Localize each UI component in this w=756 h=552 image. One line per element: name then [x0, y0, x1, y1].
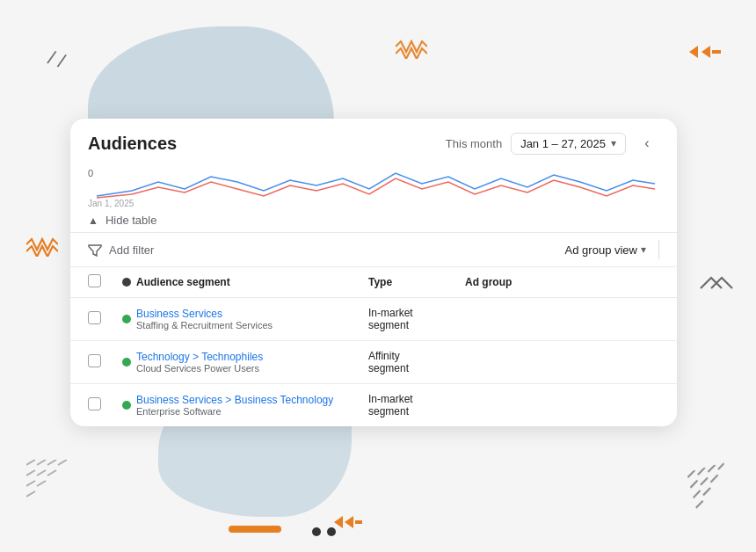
row2-status-dot: [122, 358, 131, 367]
date-label: This month: [446, 137, 502, 150]
deco-zigzag-left-icon: [26, 237, 58, 260]
row2-checkbox[interactable]: [88, 354, 101, 367]
svg-marker-1: [701, 46, 710, 58]
row1-segment-main: Business Services: [136, 308, 273, 320]
chevron-down-icon: ▾: [611, 137, 616, 149]
select-all-checkbox[interactable]: [88, 274, 101, 287]
row2-segment-cell: Technology > Technophiles Cloud Services…: [112, 341, 358, 384]
th-segment-label: Audience segment: [136, 276, 230, 288]
svg-line-23: [692, 490, 701, 498]
svg-line-19: [716, 462, 726, 469]
row3-type-line1: In-market: [368, 393, 413, 405]
nav-back-button[interactable]: ‹: [635, 131, 659, 156]
deco-dots-bottom: [312, 527, 336, 536]
svg-marker-0: [689, 46, 698, 58]
th-dot-icon: [122, 278, 131, 287]
svg-line-17: [696, 468, 706, 475]
view-dropdown-chevron-icon: ▾: [641, 243, 646, 256]
svg-line-24: [701, 488, 711, 495]
svg-line-25: [694, 501, 704, 508]
svg-line-12: [47, 470, 56, 476]
th-adgroup: Ad group: [454, 267, 677, 298]
filter-icon: [88, 243, 102, 257]
view-dropdown[interactable]: Ad group view ▾: [565, 243, 646, 257]
row3-adgroup-cell: [454, 384, 677, 427]
table-header-row: Audience segment Type Ad group: [70, 267, 677, 298]
svg-line-7: [37, 460, 46, 465]
svg-line-14: [37, 481, 46, 486]
row1-segment-sub: Staffing & Recruitment Services: [136, 320, 273, 330]
svg-line-22: [709, 475, 719, 482]
th-type: Type: [358, 267, 454, 298]
row2-segment-main: Technology > Technophiles: [136, 351, 263, 363]
svg-line-21: [699, 477, 709, 484]
svg-line-13: [26, 481, 35, 486]
card-header: Audiences This month Jan 1 – 27, 2025 ▾ …: [70, 119, 677, 164]
svg-line-9: [58, 460, 67, 465]
svg-marker-3: [334, 516, 343, 528]
table-row: Business Services Staffing & Recruitment…: [70, 298, 677, 341]
row1-checkbox[interactable]: [88, 311, 101, 324]
row2-checkbox-cell: [70, 341, 112, 384]
row3-type-cell: In-market segment: [358, 384, 454, 427]
row1-segment-cell: Business Services Staffing & Recruitment…: [112, 298, 358, 341]
row1-status-dot: [122, 315, 131, 323]
svg-rect-2: [712, 50, 721, 54]
chevron-up-icon: ▲: [88, 214, 98, 227]
row1-type-line2: segment: [368, 319, 409, 331]
deco-slash-icon: / /: [45, 47, 68, 74]
chart-area: 0 Jan 1, 2025: [70, 164, 677, 208]
deco-bar-bottom: [229, 526, 281, 533]
row1-type-cell: In-market segment: [358, 298, 454, 341]
row3-checkbox[interactable]: [88, 397, 101, 410]
filter-row: Add filter Ad group view ▾: [70, 233, 677, 267]
date-range-dropdown[interactable]: Jan 1 – 27, 2025 ▾: [511, 133, 626, 155]
row2-adgroup-cell: [454, 341, 677, 384]
chart-x-label: Jan 1, 2025: [88, 199, 134, 208]
audiences-table: Audience segment Type Ad group Business …: [70, 267, 677, 426]
row2-type-cell: Affinity segment: [358, 341, 454, 384]
row2-type-line1: Affinity: [368, 350, 400, 362]
row3-segment-cell: Business Services > Business Technology …: [112, 384, 358, 427]
hide-table-label: Hide table: [105, 214, 157, 227]
deco-play-bottom-icon: [334, 515, 362, 533]
row3-segment-sub: Enterprise Software: [136, 406, 333, 417]
row2-segment-sub: Cloud Services Power Users: [136, 363, 263, 374]
th-audience-segment: Audience segment: [112, 267, 358, 298]
deco-lines-bl-icon: [26, 460, 70, 504]
deco-lines-br-icon: [687, 462, 735, 512]
th-checkbox: [70, 267, 112, 298]
page-title: Audiences: [88, 134, 177, 154]
deco-arrows-tr-icon: [689, 44, 721, 64]
table-row: Business Services > Business Technology …: [70, 384, 677, 427]
view-label: Ad group view: [565, 243, 637, 257]
divider: [658, 240, 659, 259]
add-filter-label: Add filter: [109, 243, 154, 257]
chart-svg: [88, 164, 659, 203]
row3-checkbox-cell: [70, 384, 112, 427]
row2-type-line2: segment: [368, 362, 409, 374]
svg-line-16: [687, 470, 696, 477]
svg-line-8: [47, 460, 56, 465]
date-range-value: Jan 1 – 27, 2025: [520, 137, 606, 150]
svg-line-18: [707, 465, 716, 472]
svg-rect-5: [355, 520, 362, 524]
table-row: Technology > Technophiles Cloud Services…: [70, 341, 677, 384]
hide-table-button[interactable]: ▲ Hide table: [70, 208, 677, 233]
row1-type-line1: In-market: [368, 307, 413, 319]
row3-segment-main: Business Services > Business Technology: [136, 394, 333, 406]
svg-line-10: [26, 470, 35, 476]
row1-adgroup-cell: [454, 298, 677, 341]
header-controls: This month Jan 1 – 27, 2025 ▾ ‹: [446, 131, 659, 156]
add-filter-button[interactable]: Add filter: [88, 243, 154, 257]
row3-type-line2: segment: [368, 405, 409, 418]
row3-status-dot: [122, 401, 131, 410]
deco-zigzag-top-icon: [396, 40, 427, 63]
main-card: Audiences This month Jan 1 – 27, 2025 ▾ …: [70, 119, 677, 426]
svg-line-11: [37, 470, 46, 476]
svg-line-15: [26, 491, 35, 497]
deco-dot-1: [312, 527, 321, 536]
deco-chevron-right-icon: [699, 272, 734, 298]
svg-marker-4: [345, 516, 353, 528]
row1-checkbox-cell: [70, 298, 112, 341]
